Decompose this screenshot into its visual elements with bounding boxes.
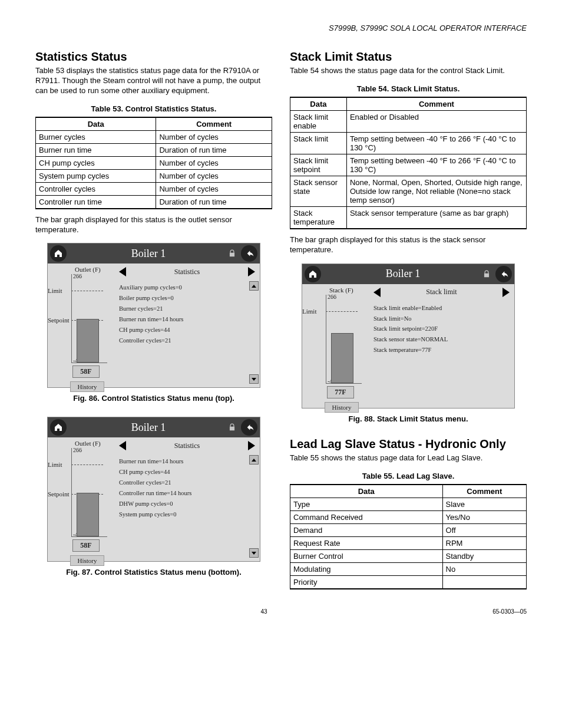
table-row: Request RateRPM: [290, 536, 527, 549]
table-row: Burner ControlStandby: [290, 549, 527, 562]
lock-icon: [482, 270, 491, 278]
page-header: S7999B, S7999C SOLA LOCAL OPERATOR INTER…: [35, 24, 527, 32]
table-row: Stack temperatureStack sensor temperatur…: [290, 206, 527, 229]
fig86-caption: Fig. 86. Control Statistics Status menu …: [35, 394, 272, 403]
lock-icon: [228, 249, 236, 258]
fig88-panel: Boiler 1 Stack (F) Limit 266 -40 77F His…: [302, 263, 515, 409]
fig87-caption: Fig. 87. Control Statistics Status menu …: [35, 568, 272, 577]
gauge-bar: [77, 319, 99, 363]
stacklimit-after: The bar graph displayed for this status …: [290, 235, 527, 255]
table53: Data Comment Burner cyclesNumber of cycl…: [35, 117, 272, 209]
fig88-caption: Fig. 88. Stack Limit Status menu.: [290, 414, 527, 423]
stat-lines: Burner run time=14 hours CH pump cycles=…: [119, 456, 257, 519]
limit-label: Limit: [302, 308, 316, 315]
setpoint-label: Setpoint: [48, 317, 70, 324]
nav-right-icon[interactable]: [248, 267, 255, 276]
home-icon[interactable]: [50, 245, 67, 262]
stacklimit-intro: Table 54 shows the status page data for …: [290, 66, 527, 76]
stat-line: Boiler pump cycles=0: [119, 293, 257, 304]
setpoint-label: Setpoint: [48, 490, 70, 498]
stat-line: CH pump cycles=44: [119, 325, 257, 335]
stat-line: Stack temperature=77F: [373, 345, 512, 355]
stat-line: Burner cycles=21: [119, 304, 257, 314]
th-data: Data: [290, 97, 347, 111]
right-column: Stack Limit Status Table 54 shows the st…: [290, 50, 527, 591]
th-data: Data: [36, 117, 156, 131]
table-row: Burner cyclesNumber of cycles: [36, 130, 272, 143]
table-row: Command ReceivedYes/No: [290, 510, 527, 523]
page-number: 43: [261, 608, 267, 615]
stat-line: Stack limit setpoint=220F: [373, 324, 512, 334]
table-header-row: Data Comment: [290, 485, 527, 498]
temp-readout: 58F: [72, 539, 100, 552]
home-icon[interactable]: [305, 266, 321, 282]
scroll-up-icon[interactable]: [249, 281, 259, 291]
stat-line: System pump cycles=0: [119, 509, 257, 520]
stat-line: DHW pump cycles=0: [119, 499, 257, 509]
tick-top: 266: [73, 273, 82, 279]
tick-top: 266: [328, 294, 336, 300]
scroll-down-icon[interactable]: [249, 374, 259, 384]
fig87-panel: Boiler 1 Outlet (F) Limit Setpoint 266 -…: [47, 417, 260, 562]
panel-titlebar: Boiler 1: [48, 243, 260, 263]
stat-line: Stack limit=No: [373, 314, 512, 324]
stat-lines: Stack limit enable=Enabled Stack limit=N…: [373, 303, 512, 355]
panel-title: Boiler 1: [69, 248, 228, 260]
statistics-intro: Table 53 displays the statistics status …: [35, 66, 272, 96]
panel-title: Boiler 1: [69, 421, 228, 434]
gauge-area: Outlet (F) Limit Setpoint 266 -40 58F Hi…: [48, 437, 115, 561]
statistics-heading: Statistics Status: [35, 50, 272, 64]
th-comment: Comment: [156, 117, 272, 131]
gauge-area: Stack (F) Limit 266 -40 77F History: [302, 284, 370, 408]
history-button[interactable]: History: [70, 555, 104, 566]
stat-line: Burner run time=14 hours: [119, 456, 257, 467]
back-icon[interactable]: [495, 266, 512, 282]
table-header-row: Data Comment: [290, 97, 527, 111]
temp-readout: 77F: [327, 386, 354, 398]
tick-top: 266: [73, 447, 82, 453]
table-row: Stack limit setpointTemp setting between…: [290, 154, 527, 176]
nav-right-icon[interactable]: [248, 441, 255, 450]
history-button[interactable]: History: [325, 402, 359, 413]
th-comment: Comment: [442, 485, 526, 498]
limit-label: Limit: [48, 287, 62, 294]
table-row: Controller cyclesNumber of cycles: [36, 182, 272, 195]
panel-titlebar: Boiler 1: [48, 417, 260, 437]
home-icon[interactable]: [50, 419, 67, 436]
table-row: System pump cyclesNumber of cycles: [36, 169, 272, 182]
panel-titlebar: Boiler 1: [302, 264, 514, 284]
leadlag-heading: Lead Lag Slave Status - Hydronic Only: [290, 437, 527, 451]
table-row: Priority: [290, 575, 527, 589]
stat-line: CH pump cycles=44: [119, 467, 257, 477]
stat-line: Burner run time=14 hours: [119, 314, 257, 325]
statistics-after: The bar graph displayed for this status …: [35, 215, 272, 235]
back-icon[interactable]: [241, 419, 257, 436]
table53-caption: Table 53. Control Statistics Status.: [35, 104, 272, 113]
nav-left-icon[interactable]: [373, 288, 381, 297]
stat-line: Controller cycles=21: [119, 477, 257, 488]
leadlag-intro: Table 55 shows the status page data for …: [290, 453, 527, 463]
scroll-up-icon[interactable]: [249, 455, 259, 465]
table-row: Stack limit enableEnabled or Disabled: [290, 110, 527, 132]
back-icon[interactable]: [241, 245, 257, 262]
table-row: ModulatingNo: [290, 562, 527, 575]
table-header-row: Data Comment: [36, 117, 272, 131]
nav-right-icon[interactable]: [503, 288, 510, 297]
table54: Data Comment Stack limit enableEnabled o…: [290, 97, 527, 229]
stat-line: Controller run time=14 hours: [119, 488, 257, 499]
lock-icon: [228, 423, 236, 431]
stat-line: Stack sensor state=NORMAL: [373, 334, 512, 345]
th-data: Data: [290, 485, 443, 498]
scroll-down-icon[interactable]: [249, 548, 259, 558]
nav-left-icon[interactable]: [119, 267, 126, 276]
axis-label: Outlet (F): [48, 440, 115, 447]
table-row: Stack sensor stateNone, Normal, Open, Sh…: [290, 176, 527, 206]
table-row: Burner run timeDuration of run time: [36, 143, 272, 156]
limit-label: Limit: [48, 461, 62, 468]
nav-title: Statistics: [174, 268, 200, 276]
table54-caption: Table 54. Stack Limit Status.: [290, 84, 527, 93]
axis-label: Stack (F): [302, 286, 370, 294]
history-button[interactable]: History: [70, 381, 104, 392]
nav-left-icon[interactable]: [119, 441, 126, 450]
table-row: Controller run timeDuration of run time: [36, 195, 272, 209]
